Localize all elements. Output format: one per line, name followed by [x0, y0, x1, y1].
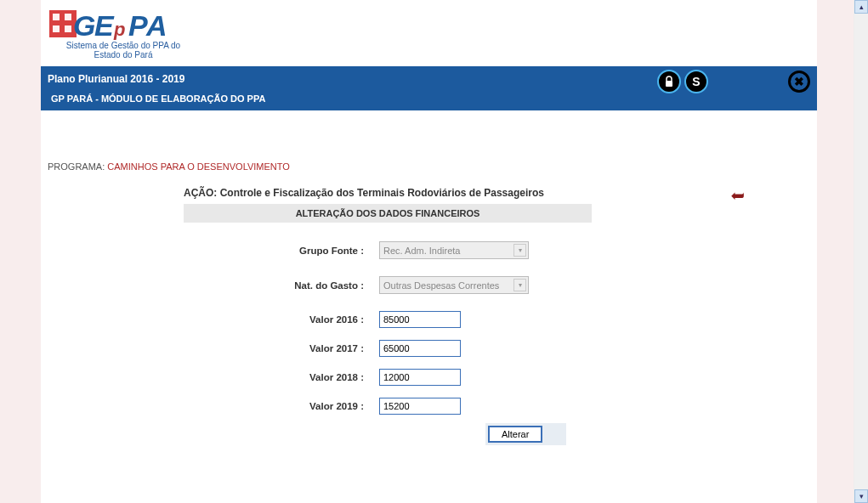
valor-2017-input[interactable]: [379, 340, 461, 357]
close-icon[interactable]: [788, 71, 810, 93]
grupo-fonte-label: Grupo Fonte :: [235, 246, 379, 256]
programa-label: PROGRAMA:: [48, 161, 105, 172]
acao-value: Controle e Fiscalização dos Terminais Ro…: [220, 187, 544, 199]
scroll-down-arrow-icon[interactable]: ▾: [854, 489, 868, 503]
svg-rect-2: [65, 14, 71, 20]
programa-value: CAMINHOS PARA O DESENVOLVIMENTO: [107, 161, 290, 172]
valor-2018-label: Valor 2018 :: [235, 372, 379, 382]
programa-line: PROGRAMA: CAMINHOS PARA O DESENVOLVIMENT…: [48, 161, 810, 172]
grupo-fonte-select: Rec. Adm. Indireta ▾: [379, 241, 529, 259]
back-arrow-icon[interactable]: ➥: [730, 185, 745, 206]
svg-text:G: G: [73, 9, 95, 42]
lock-icon[interactable]: [657, 70, 681, 93]
scroll-up-arrow-icon[interactable]: ▴: [854, 0, 868, 14]
svg-text:E: E: [94, 9, 115, 42]
svg-rect-1: [53, 14, 60, 20]
logo-subtitle-line2: Estado do Pará: [94, 50, 153, 59]
svg-rect-4: [65, 25, 71, 32]
acao-line: AÇÃO: Controle e Fiscalização dos Termin…: [133, 187, 711, 199]
valor-2019-label: Valor 2019 :: [235, 401, 379, 411]
chevron-down-icon: ▾: [513, 279, 526, 291]
geppa-logo-icon: G E p P A: [48, 7, 192, 44]
chevron-down-icon: ▾: [513, 244, 526, 257]
svg-text:A: A: [145, 9, 167, 42]
svg-text:P: P: [128, 9, 148, 42]
logo-subtitle: Sistema de Gestão do PPA do Estado do Pa…: [51, 41, 196, 59]
valor-2016-label: Valor 2016 :: [235, 314, 379, 325]
section-title: ALTERAÇÃO DOS DADOS FINANCEIROS: [184, 204, 592, 223]
valor-2017-label: Valor 2017 :: [235, 343, 379, 353]
valor-2019-input[interactable]: [379, 398, 461, 415]
svg-text:p: p: [113, 19, 125, 40]
nat-gasto-label: Nat. do Gasto :: [235, 280, 379, 291]
logo-subtitle-line1: Sistema de Gestão do PPA do: [66, 41, 180, 50]
s-button[interactable]: S: [684, 70, 708, 93]
nat-gasto-value: Outras Despesas Correntes: [383, 280, 499, 291]
svg-rect-10: [666, 81, 672, 87]
valor-2018-input[interactable]: [379, 369, 461, 386]
svg-rect-3: [53, 25, 60, 32]
header-bar: Plano Plurianual 2016 - 2019 GP PARÁ - M…: [41, 66, 817, 110]
vertical-scrollbar[interactable]: ▴ ▾: [854, 0, 868, 503]
nat-gasto-select: Outras Despesas Correntes ▾: [379, 276, 529, 294]
grupo-fonte-value: Rec. Adm. Indireta: [383, 246, 461, 256]
scrollbar-track[interactable]: [854, 14, 868, 489]
logo-area: G E p P A Sistema de Gestão do PPA do Es…: [41, 0, 817, 61]
valor-2016-input[interactable]: [379, 311, 461, 328]
alterar-button[interactable]: Alterar: [488, 426, 542, 443]
acao-label: AÇÃO:: [184, 187, 217, 199]
